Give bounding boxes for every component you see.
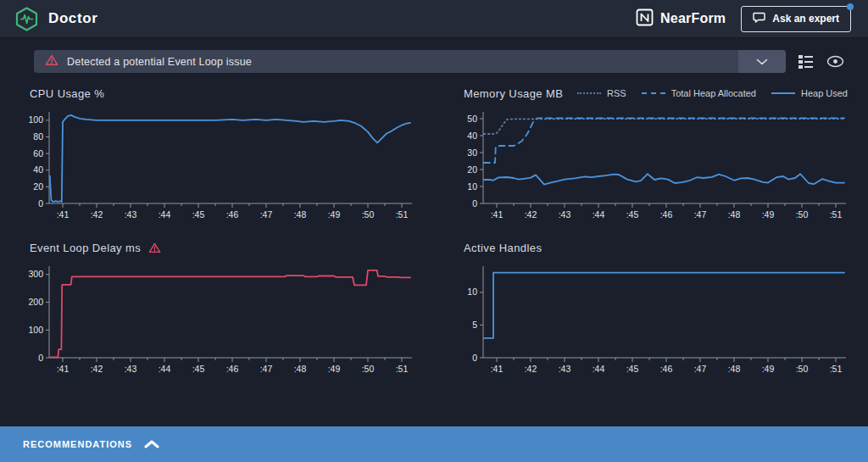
notification-dot bbox=[847, 3, 854, 10]
svg-text:20: 20 bbox=[467, 164, 477, 175]
svg-text::42: :42 bbox=[525, 364, 537, 374]
memory-legend: RSS Total Heap Allocated Heap Used bbox=[577, 88, 851, 98]
svg-text::45: :45 bbox=[192, 364, 205, 374]
svg-text:20: 20 bbox=[33, 181, 43, 192]
visibility-toggle-button[interactable] bbox=[826, 55, 844, 68]
svg-text::49: :49 bbox=[328, 209, 341, 220]
svg-text::49: :49 bbox=[762, 209, 775, 220]
svg-text:10: 10 bbox=[467, 287, 477, 297]
event-loop-delay-chart-block: Event Loop Delay ms 0100200300:41:42:43:… bbox=[17, 236, 417, 378]
svg-text:0: 0 bbox=[472, 353, 477, 363]
svg-text::42: :42 bbox=[91, 209, 103, 220]
event-loop-delay-chart-title: Event Loop Delay ms bbox=[30, 242, 141, 254]
list-view-icon bbox=[798, 54, 814, 70]
svg-text::48: :48 bbox=[294, 364, 307, 374]
chevron-down-icon bbox=[756, 58, 768, 65]
svg-text:300: 300 bbox=[28, 269, 43, 279]
svg-text:50: 50 bbox=[467, 114, 477, 124]
svg-text::43: :43 bbox=[125, 364, 137, 374]
svg-text::43: :43 bbox=[559, 364, 571, 374]
recommendations-label: RECOMMENDATIONS bbox=[23, 439, 132, 449]
svg-text::47: :47 bbox=[694, 364, 707, 374]
top-bar: Doctor NearForm Ask an expert bbox=[0, 0, 868, 38]
svg-text:100: 100 bbox=[28, 325, 43, 335]
active-handles-chart-title: Active Handles bbox=[464, 242, 542, 254]
svg-text::44: :44 bbox=[593, 209, 605, 220]
alert-row: Detected a potential Event Loop issue bbox=[34, 50, 844, 73]
ask-expert-label: Ask an expert bbox=[772, 13, 839, 25]
svg-text::48: :48 bbox=[728, 209, 741, 220]
svg-text::49: :49 bbox=[328, 364, 341, 374]
legend-item-rss[interactable]: RSS bbox=[577, 88, 626, 98]
event-loop-delay-chart[interactable]: 0100200300:41:42:43:44:45:46:47:48:49:50… bbox=[17, 259, 417, 378]
event-loop-issue-banner[interactable]: Detected a potential Event Loop issue bbox=[34, 50, 786, 73]
svg-text::42: :42 bbox=[91, 364, 103, 374]
svg-text:60: 60 bbox=[33, 148, 43, 159]
svg-text::50: :50 bbox=[362, 209, 375, 220]
svg-text:40: 40 bbox=[33, 164, 43, 175]
svg-text::44: :44 bbox=[593, 364, 605, 374]
doctor-pulse-hexagon-logo-icon bbox=[15, 7, 38, 31]
legend-label-heap-used: Heap Used bbox=[801, 88, 848, 98]
svg-text::46: :46 bbox=[226, 209, 239, 220]
active-handles-chart[interactable]: 0510:41:42:43:44:45:46:47:48:49:50:51 bbox=[451, 259, 851, 378]
charts-grid: CPU Usage % 020406080100:41:42:43:44:45:… bbox=[0, 73, 868, 390]
svg-text::50: :50 bbox=[796, 209, 809, 220]
memory-usage-chart-title: Memory Usage MB bbox=[464, 87, 563, 100]
svg-text:40: 40 bbox=[467, 131, 477, 141]
svg-text::43: :43 bbox=[559, 209, 571, 220]
heap-used-line-sample bbox=[771, 92, 795, 94]
svg-text::50: :50 bbox=[796, 364, 809, 374]
memory-usage-chart-block: Memory Usage MB RSS Total Heap Allocated… bbox=[451, 81, 851, 224]
svg-text::51: :51 bbox=[396, 209, 409, 220]
svg-text:5: 5 bbox=[472, 320, 477, 330]
memory-usage-chart[interactable]: 01020304050:41:42:43:44:45:46:47:48:49:5… bbox=[451, 105, 851, 224]
svg-text:0: 0 bbox=[38, 353, 43, 363]
svg-text::45: :45 bbox=[626, 209, 639, 220]
svg-text:30: 30 bbox=[467, 148, 477, 158]
chat-bubble-icon bbox=[753, 12, 765, 26]
brand-name: NearForm bbox=[660, 11, 726, 26]
warning-triangle-icon bbox=[148, 242, 161, 253]
svg-text:200: 200 bbox=[28, 297, 43, 307]
chevron-up-icon bbox=[144, 440, 159, 448]
svg-text::47: :47 bbox=[260, 209, 273, 220]
svg-text::47: :47 bbox=[260, 364, 273, 374]
app-title: Doctor bbox=[48, 10, 97, 27]
svg-text::47: :47 bbox=[694, 209, 707, 220]
svg-text::48: :48 bbox=[294, 209, 307, 220]
list-view-button[interactable] bbox=[798, 54, 814, 70]
recommendations-bar[interactable]: RECOMMENDATIONS bbox=[0, 426, 868, 462]
svg-text::51: :51 bbox=[830, 364, 843, 374]
svg-text::48: :48 bbox=[728, 364, 741, 374]
svg-text::43: :43 bbox=[125, 209, 137, 220]
legend-label-total-heap: Total Heap Allocated bbox=[671, 88, 756, 98]
svg-text::50: :50 bbox=[362, 364, 375, 374]
svg-text:0: 0 bbox=[38, 198, 43, 209]
svg-text::49: :49 bbox=[762, 364, 775, 374]
rss-line-sample bbox=[577, 92, 601, 94]
nearform-brand: NearForm bbox=[636, 8, 726, 30]
active-handles-chart-block: Active Handles 0510:41:42:43:44:45:46:47… bbox=[451, 236, 851, 378]
svg-text:80: 80 bbox=[33, 131, 43, 142]
svg-text::41: :41 bbox=[57, 209, 70, 220]
svg-text::46: :46 bbox=[660, 364, 673, 374]
svg-text::41: :41 bbox=[491, 209, 504, 220]
svg-text::44: :44 bbox=[159, 209, 171, 220]
legend-item-heap-used[interactable]: Heap Used bbox=[771, 88, 848, 98]
cpu-usage-chart[interactable]: 020406080100:41:42:43:44:45:46:47:48:49:… bbox=[17, 105, 417, 224]
svg-text::42: :42 bbox=[525, 209, 537, 220]
svg-text::45: :45 bbox=[192, 209, 205, 220]
warning-triangle-icon bbox=[45, 54, 58, 70]
legend-item-total-heap[interactable]: Total Heap Allocated bbox=[642, 88, 756, 98]
svg-text::44: :44 bbox=[159, 364, 171, 374]
svg-text::41: :41 bbox=[491, 364, 504, 374]
svg-text::46: :46 bbox=[660, 209, 673, 220]
ask-an-expert-button[interactable]: Ask an expert bbox=[741, 6, 851, 32]
alert-dropdown-toggle[interactable] bbox=[738, 50, 786, 73]
total-heap-line-sample bbox=[642, 92, 665, 94]
cpu-usage-chart-title: CPU Usage % bbox=[30, 87, 104, 100]
svg-text::41: :41 bbox=[57, 364, 70, 374]
svg-text:10: 10 bbox=[467, 181, 477, 192]
svg-text::46: :46 bbox=[226, 364, 239, 374]
